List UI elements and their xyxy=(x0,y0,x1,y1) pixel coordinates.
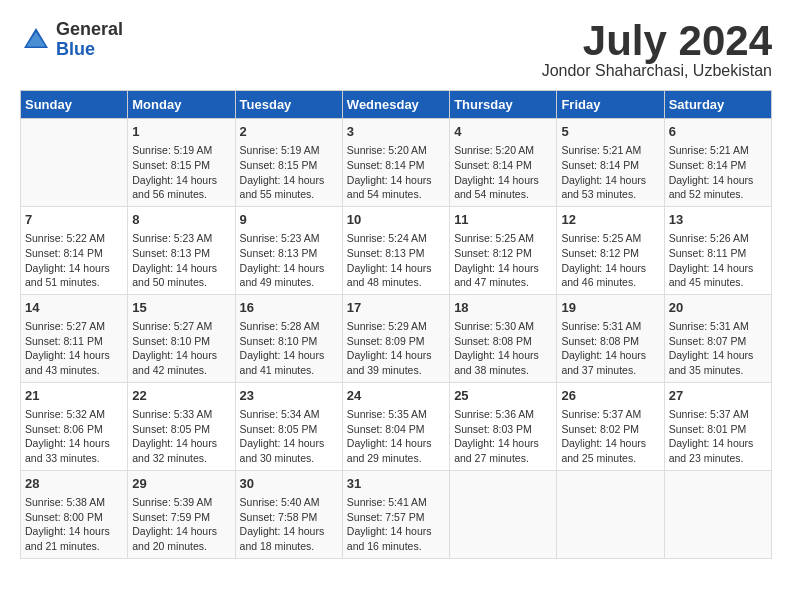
day-info: Sunrise: 5:29 AM xyxy=(347,319,445,334)
header-day-saturday: Saturday xyxy=(664,91,771,119)
calendar-cell: 17Sunrise: 5:29 AMSunset: 8:09 PMDayligh… xyxy=(342,294,449,382)
calendar-cell: 31Sunrise: 5:41 AMSunset: 7:57 PMDayligh… xyxy=(342,470,449,558)
day-info: and 43 minutes. xyxy=(25,363,123,378)
day-info: Daylight: 14 hours xyxy=(669,173,767,188)
week-row-5: 28Sunrise: 5:38 AMSunset: 8:00 PMDayligh… xyxy=(21,470,772,558)
day-info: Sunset: 8:14 PM xyxy=(347,158,445,173)
day-number: 28 xyxy=(25,475,123,493)
day-info: Daylight: 14 hours xyxy=(240,524,338,539)
day-number: 22 xyxy=(132,387,230,405)
day-info: Sunrise: 5:34 AM xyxy=(240,407,338,422)
day-info: Sunrise: 5:21 AM xyxy=(561,143,659,158)
day-info: Daylight: 14 hours xyxy=(25,348,123,363)
day-info: Daylight: 14 hours xyxy=(240,348,338,363)
day-info: Sunset: 8:05 PM xyxy=(240,422,338,437)
calendar-table: SundayMondayTuesdayWednesdayThursdayFrid… xyxy=(20,90,772,559)
day-info: Sunrise: 5:20 AM xyxy=(347,143,445,158)
day-info: Daylight: 14 hours xyxy=(132,173,230,188)
day-info: Daylight: 14 hours xyxy=(669,436,767,451)
day-info: Daylight: 14 hours xyxy=(561,436,659,451)
header-day-tuesday: Tuesday xyxy=(235,91,342,119)
day-info: Sunset: 7:59 PM xyxy=(132,510,230,525)
calendar-body: 1Sunrise: 5:19 AMSunset: 8:15 PMDaylight… xyxy=(21,119,772,559)
header-day-wednesday: Wednesday xyxy=(342,91,449,119)
day-info: Sunset: 8:01 PM xyxy=(669,422,767,437)
day-info: Sunset: 8:12 PM xyxy=(561,246,659,261)
week-row-1: 1Sunrise: 5:19 AMSunset: 8:15 PMDaylight… xyxy=(21,119,772,207)
day-info: Sunrise: 5:30 AM xyxy=(454,319,552,334)
day-info: and 46 minutes. xyxy=(561,275,659,290)
day-info: Sunrise: 5:37 AM xyxy=(561,407,659,422)
day-info: and 41 minutes. xyxy=(240,363,338,378)
day-number: 15 xyxy=(132,299,230,317)
day-info: Sunrise: 5:27 AM xyxy=(132,319,230,334)
day-info: Sunrise: 5:24 AM xyxy=(347,231,445,246)
header-day-sunday: Sunday xyxy=(21,91,128,119)
day-info: Sunset: 8:08 PM xyxy=(454,334,552,349)
day-info: Sunrise: 5:31 AM xyxy=(669,319,767,334)
header-day-thursday: Thursday xyxy=(450,91,557,119)
day-info: Sunrise: 5:26 AM xyxy=(669,231,767,246)
day-info: and 48 minutes. xyxy=(347,275,445,290)
day-info: Daylight: 14 hours xyxy=(561,348,659,363)
calendar-cell: 16Sunrise: 5:28 AMSunset: 8:10 PMDayligh… xyxy=(235,294,342,382)
calendar-cell: 11Sunrise: 5:25 AMSunset: 8:12 PMDayligh… xyxy=(450,206,557,294)
day-info: and 23 minutes. xyxy=(669,451,767,466)
calendar-cell: 9Sunrise: 5:23 AMSunset: 8:13 PMDaylight… xyxy=(235,206,342,294)
calendar-cell: 5Sunrise: 5:21 AMSunset: 8:14 PMDaylight… xyxy=(557,119,664,207)
calendar-cell xyxy=(21,119,128,207)
day-info: Sunrise: 5:25 AM xyxy=(454,231,552,246)
day-number: 17 xyxy=(347,299,445,317)
day-info: and 39 minutes. xyxy=(347,363,445,378)
day-info: Sunrise: 5:27 AM xyxy=(25,319,123,334)
day-info: Sunset: 8:14 PM xyxy=(561,158,659,173)
calendar-cell: 21Sunrise: 5:32 AMSunset: 8:06 PMDayligh… xyxy=(21,382,128,470)
calendar-cell: 26Sunrise: 5:37 AMSunset: 8:02 PMDayligh… xyxy=(557,382,664,470)
page-header: General Blue July 2024 Jondor Shaharchas… xyxy=(20,20,772,80)
day-info: Sunrise: 5:41 AM xyxy=(347,495,445,510)
day-number: 27 xyxy=(669,387,767,405)
day-info: Sunrise: 5:31 AM xyxy=(561,319,659,334)
day-info: and 52 minutes. xyxy=(669,187,767,202)
day-info: and 29 minutes. xyxy=(347,451,445,466)
week-row-2: 7Sunrise: 5:22 AMSunset: 8:14 PMDaylight… xyxy=(21,206,772,294)
calendar-cell: 6Sunrise: 5:21 AMSunset: 8:14 PMDaylight… xyxy=(664,119,771,207)
day-info: and 42 minutes. xyxy=(132,363,230,378)
day-info: Sunrise: 5:39 AM xyxy=(132,495,230,510)
calendar-header: SundayMondayTuesdayWednesdayThursdayFrid… xyxy=(21,91,772,119)
calendar-cell: 24Sunrise: 5:35 AMSunset: 8:04 PMDayligh… xyxy=(342,382,449,470)
day-info: Daylight: 14 hours xyxy=(454,173,552,188)
day-info: and 18 minutes. xyxy=(240,539,338,554)
location: Jondor Shaharchasi, Uzbekistan xyxy=(542,62,772,80)
day-info: Sunrise: 5:23 AM xyxy=(240,231,338,246)
day-info: Daylight: 14 hours xyxy=(347,261,445,276)
day-number: 13 xyxy=(669,211,767,229)
logo-text: General Blue xyxy=(56,20,123,60)
day-info: Sunrise: 5:19 AM xyxy=(132,143,230,158)
calendar-cell: 15Sunrise: 5:27 AMSunset: 8:10 PMDayligh… xyxy=(128,294,235,382)
day-info: Sunset: 8:11 PM xyxy=(25,334,123,349)
day-info: Sunrise: 5:28 AM xyxy=(240,319,338,334)
day-info: Daylight: 14 hours xyxy=(669,348,767,363)
calendar-cell: 29Sunrise: 5:39 AMSunset: 7:59 PMDayligh… xyxy=(128,470,235,558)
day-number: 6 xyxy=(669,123,767,141)
calendar-cell: 10Sunrise: 5:24 AMSunset: 8:13 PMDayligh… xyxy=(342,206,449,294)
calendar-cell xyxy=(664,470,771,558)
calendar-cell: 12Sunrise: 5:25 AMSunset: 8:12 PMDayligh… xyxy=(557,206,664,294)
week-row-3: 14Sunrise: 5:27 AMSunset: 8:11 PMDayligh… xyxy=(21,294,772,382)
day-info: Daylight: 14 hours xyxy=(454,348,552,363)
day-info: Sunset: 8:09 PM xyxy=(347,334,445,349)
day-number: 23 xyxy=(240,387,338,405)
day-info: Sunset: 7:58 PM xyxy=(240,510,338,525)
day-info: Daylight: 14 hours xyxy=(132,436,230,451)
day-info: Daylight: 14 hours xyxy=(561,261,659,276)
day-info: Daylight: 14 hours xyxy=(347,436,445,451)
day-info: and 30 minutes. xyxy=(240,451,338,466)
calendar-cell: 22Sunrise: 5:33 AMSunset: 8:05 PMDayligh… xyxy=(128,382,235,470)
day-info: and 54 minutes. xyxy=(454,187,552,202)
day-info: Sunrise: 5:25 AM xyxy=(561,231,659,246)
day-number: 31 xyxy=(347,475,445,493)
day-info: Sunrise: 5:35 AM xyxy=(347,407,445,422)
day-info: and 54 minutes. xyxy=(347,187,445,202)
day-info: Sunrise: 5:23 AM xyxy=(132,231,230,246)
